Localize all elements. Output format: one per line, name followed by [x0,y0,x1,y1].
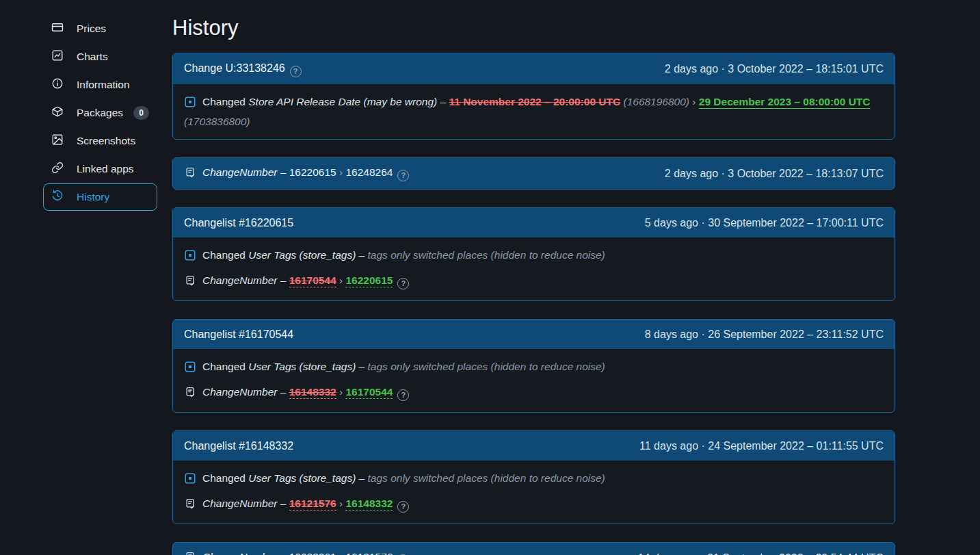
sidebar-item-history[interactable]: History [43,183,157,211]
screenshots-icon [51,133,64,149]
sidebar-item-prices[interactable]: Prices [43,15,157,42]
segment-plain: Changed [202,472,248,484]
segment-field: User Tags (store_tags) [248,249,356,261]
segment-note: (1668196800) [620,96,692,107]
sidebar-item-label: Packages [77,107,123,119]
changed-square-icon [184,361,196,378]
segment-sep: › [336,166,346,178]
segment-plain: – [277,386,289,398]
sidebar-item-label: Screenshots [77,135,135,147]
segment-plain: – [437,96,449,107]
segment-plain: – [356,361,367,372]
sidebar-item-linked-apps[interactable]: Linked apps [43,155,157,183]
segment-plain: 16121576 [345,551,393,555]
sidebar-item-label: Charts [77,51,108,63]
change-row: ChangeNumber – 16148332 › 16170544? [184,383,884,403]
segment-plain: Changed [202,249,248,261]
segment-sep: › [336,551,346,555]
segment-new-underline[interactable]: 29 December 2023 – 08:00:00 UTC [699,96,871,107]
card-header: Changelist #162206155 days ago · 30 Sept… [173,208,895,237]
segment-muted: tags only switched places (hidden to red… [368,361,605,372]
sidebar-item-information[interactable]: Information [43,71,157,99]
segment-old-num[interactable]: 16121576 [289,498,336,511]
segment-old-num[interactable]: 16170544 [289,274,336,287]
history-bar-card: ChangeNumber – 16220615 › 16248264?2 day… [172,157,895,190]
change-row: Changed User Tags (store_tags) – tags on… [184,246,884,266]
sidebar-item-label: Information [77,79,130,91]
segment-field: User Tags (store_tags) [248,361,356,372]
segment-field: ChangeNumber [202,386,277,398]
sidebar-item-charts[interactable]: Charts [43,43,157,70]
linked-apps-icon [51,162,64,177]
sidebar-item-label: Prices [77,23,106,35]
card-title: Changelist #16220615 [184,215,293,231]
segment-field: ChangeNumber [202,274,277,286]
segment-plain: 16248264 [345,166,393,178]
card-body: Changed Store API Release Date (may be w… [173,84,895,139]
segment-field: User Tags (store_tags) [248,472,356,484]
prices-icon [51,21,64,36]
change-row: Changed Store API Release Date (may be w… [184,93,884,130]
bar-line: ChangeNumber – 16220615 › 16248264?2 day… [184,164,884,183]
card-header: Changelist #1614833211 days ago · 24 Sep… [173,431,895,461]
segment-plain: Changed [202,361,248,372]
card-date: 11 days ago · 24 September 2022 – 01:11:… [639,438,884,454]
segment-plain: – [277,551,289,555]
segment-muted: tags only switched places (hidden to red… [368,249,605,261]
segment-plain: – [277,166,289,178]
segment-sep: › [692,96,698,107]
changed-square-icon [184,249,196,266]
charts-icon [51,49,64,64]
segment-plain: – [356,249,367,261]
help-icon[interactable]: ? [397,170,409,181]
help-icon[interactable]: ? [397,389,409,401]
help-icon[interactable]: ? [290,66,302,77]
history-card: Changelist #161705448 days ago · 26 Sept… [172,319,895,413]
card-body: Changed User Tags (store_tags) – tags on… [173,461,895,524]
history-card: Change U:33138246?2 days ago · 3 October… [172,53,895,140]
card-title: Changelist #16148332 [184,438,293,454]
segment-field: ChangeNumber [202,498,277,509]
information-icon [51,77,64,92]
bar-line: ChangeNumber – 16083361 › 16121576?14 da… [184,548,884,555]
main-content: History Change U:33138246?2 days ago · 3… [172,15,895,555]
segment-plain: 16220615 [289,166,336,178]
history-icon [51,190,64,205]
card-date: 8 days ago · 26 September 2022 – 23:11:5… [645,326,884,342]
segment-field: Store API Release Date (may be wrong) [248,96,437,107]
changenumber-icon [184,166,196,183]
segment-new-num[interactable]: 16220615 [345,274,393,287]
page-layout: PricesChartsInformationPackages0Screensh… [0,0,980,555]
history-bar-card: ChangeNumber – 16083361 › 16121576?14 da… [172,542,895,555]
sidebar-item-label: History [77,191,109,203]
card-date: 2 days ago · 3 October 2022 – 18:15:01 U… [665,61,884,77]
card-body: Changed User Tags (store_tags) – tags on… [173,349,895,412]
segment-old-strike[interactable]: 11 November 2022 – 20:00:00 UTC [449,96,620,107]
card-header: Change U:33138246?2 days ago · 3 October… [173,53,895,84]
segment-new-num[interactable]: 16170544 [345,386,393,399]
card-body: Changed User Tags (store_tags) – tags on… [173,237,895,300]
history-card: Changelist #1614833211 days ago · 24 Sep… [172,430,895,524]
change-row: Changed User Tags (store_tags) – tags on… [184,469,884,489]
segment-sep: › [336,386,346,398]
help-icon[interactable]: ? [397,278,409,289]
change-row: ChangeNumber – 16220615 › 16248264? [184,164,409,183]
card-date: 5 days ago · 30 September 2022 – 17:00:1… [645,215,884,231]
card-header: Changelist #161705448 days ago · 26 Sept… [173,320,895,349]
changed-square-icon [184,96,196,113]
change-row: ChangeNumber – 16083361 › 16121576? [184,548,409,555]
segment-new-num[interactable]: 16148332 [345,498,393,511]
segment-field: ChangeNumber [202,166,277,178]
change-row: ChangeNumber – 16170544 › 16220615? [184,272,884,292]
history-card-list: Change U:33138246?2 days ago · 3 October… [172,53,895,555]
changenumber-icon [184,498,196,515]
segment-plain: – [356,472,367,484]
sidebar-item-packages[interactable]: Packages0 [43,99,157,127]
segment-old-num[interactable]: 16148332 [289,386,336,399]
packages-icon [51,105,64,120]
changenumber-icon [184,386,196,403]
change-row: ChangeNumber – 16121576 › 16148332? [184,495,884,515]
help-icon[interactable]: ? [397,501,409,513]
sidebar-item-screenshots[interactable]: Screenshots [43,127,157,155]
history-card: Changelist #162206155 days ago · 30 Sept… [172,207,895,301]
